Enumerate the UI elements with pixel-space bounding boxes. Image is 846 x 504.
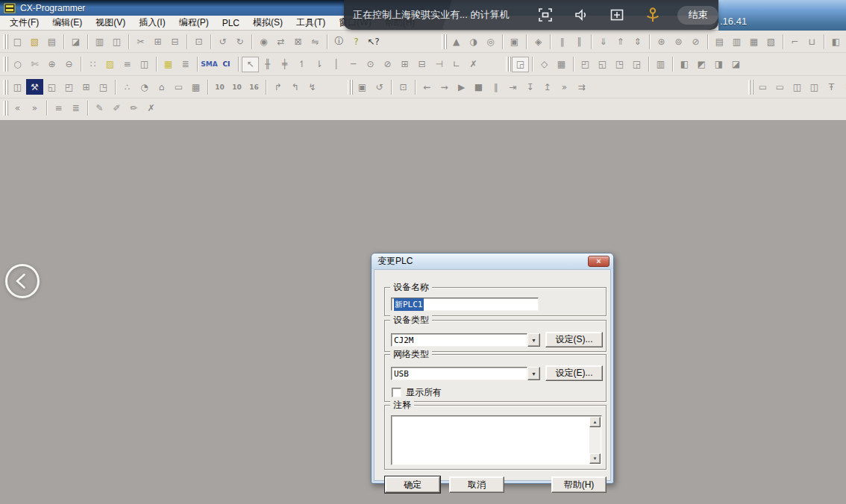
close-icon[interactable]: × — [588, 256, 610, 267]
toolbar-grip[interactable] — [506, 57, 509, 72]
search-toggle-icon[interactable]: ⇄ — [272, 34, 289, 49]
properties-icon[interactable]: ◳ — [95, 79, 112, 95]
cancel-button[interactable]: 取消 — [449, 476, 504, 493]
show-all-checkbox-row[interactable]: 显示所有 — [392, 386, 442, 399]
menu-item-program[interactable]: 编程(P) — [172, 15, 216, 31]
cancel-transfer-icon[interactable]: ⊘ — [687, 34, 704, 49]
rung-wrap-icon[interactable]: ◲ — [512, 57, 529, 72]
redo-icon[interactable]: ↻ — [231, 34, 248, 49]
program-check-icon[interactable]: ◩ — [693, 57, 710, 72]
memory-view-icon[interactable]: ▦ — [187, 79, 204, 95]
time-chart-icon[interactable]: ⊔ — [803, 34, 821, 49]
chevron-down-icon[interactable]: ▼ — [527, 333, 540, 347]
contact-nc-icon[interactable]: ╪ — [276, 57, 293, 72]
io-table-icon[interactable]: ▤ — [711, 34, 728, 49]
ladder-view-icon[interactable]: ▦ — [160, 57, 177, 72]
replace-a-b-icon[interactable]: ⇋ — [307, 34, 324, 49]
resume-hand-icon[interactable]: ⇝ — [436, 79, 453, 95]
build-icon[interactable]: ⚒ — [26, 79, 43, 95]
network-node-1-icon[interactable]: ◫ — [789, 79, 806, 95]
scroll-up-icon[interactable]: ▲ — [589, 417, 601, 427]
coil-icon[interactable]: ⊙ — [362, 57, 379, 72]
zoom-select-icon[interactable]: ✄ — [26, 57, 43, 72]
verify-icon[interactable]: ⊛ — [653, 34, 670, 49]
device-name-input[interactable]: 新PLC1 — [391, 297, 539, 311]
zoom-tool-icon[interactable]: ○ — [9, 57, 26, 72]
toolbar-grip[interactable] — [348, 80, 351, 95]
toolbar-grip[interactable] — [3, 101, 6, 116]
menu-item-insert[interactable]: 插入(I) — [132, 15, 172, 31]
pause-icon[interactable]: ‖ — [571, 34, 588, 49]
coil-closed-icon[interactable]: ⊘ — [379, 57, 396, 72]
contact-falling-icon[interactable]: ⇂ — [310, 57, 328, 72]
io-edit-icon[interactable]: ▥ — [728, 34, 745, 49]
ci-instruction-icon[interactable]: CI — [218, 57, 235, 72]
restore-simulation-icon[interactable]: ↺ — [371, 79, 388, 95]
rung-list-icon[interactable]: ≡ — [50, 101, 67, 116]
transfer-to-plc-icon[interactable]: ⇓ — [595, 34, 612, 49]
help-icon[interactable]: ? — [348, 34, 365, 49]
grid-icon[interactable]: ∷ — [84, 57, 101, 72]
network-node-2-icon[interactable]: ◫ — [806, 79, 823, 95]
paste-text-icon[interactable]: ⊡ — [190, 34, 207, 49]
sim-run-icon[interactable]: ▶ — [453, 79, 470, 95]
online-search-icon[interactable]: ◎ — [482, 34, 499, 49]
function-block-call-icon[interactable]: ⊟ — [413, 57, 430, 72]
monitor-mode-icon[interactable]: ◑ — [465, 34, 482, 49]
compile-check-icon[interactable]: ◪ — [67, 34, 84, 49]
network-type-select[interactable]: USB ▼ — [391, 367, 540, 380]
dialog-titlebar[interactable]: 变更PLC × — [372, 253, 613, 269]
new-file-icon[interactable]: □ — [9, 34, 26, 49]
dialog-window-icon[interactable]: ◫ — [9, 79, 26, 95]
extra-tool-1-icon[interactable]: ◧ — [827, 34, 845, 49]
force-off-icon[interactable]: ↰ — [286, 79, 304, 95]
undo-icon[interactable]: ↺ — [214, 34, 231, 49]
menu-item-simulate[interactable]: 模拟(S) — [246, 15, 289, 31]
zoom-in-icon[interactable]: ⊕ — [43, 57, 60, 72]
save-simulation-icon[interactable]: ▣ — [354, 79, 371, 95]
list-view-icon[interactable]: ≡ — [119, 57, 136, 72]
toolbar-grip[interactable] — [3, 80, 6, 95]
contact-rising-icon[interactable]: ↿ — [293, 57, 310, 72]
window-cascade-icon[interactable]: ◱ — [43, 79, 60, 95]
force-on-icon[interactable]: ↱ — [269, 79, 286, 95]
block-indent-icon[interactable]: « — [9, 101, 26, 116]
ok-button[interactable]: 确定 — [385, 476, 440, 493]
diff-next-icon[interactable]: ✐ — [108, 101, 125, 116]
split-screen-icon[interactable] — [609, 7, 625, 23]
sync-icon[interactable]: ⊚ — [670, 34, 687, 49]
save-file-icon[interactable]: ▤ — [43, 34, 60, 49]
speaker-icon[interactable] — [573, 7, 589, 23]
menu-item-view[interactable]: 视图(V) — [89, 15, 132, 31]
ladder-symbol-list-icon[interactable]: ▥ — [652, 57, 669, 72]
show-all-checkbox[interactable] — [392, 388, 401, 397]
sim-fast-forward-icon[interactable]: » — [556, 79, 573, 95]
new-window-icon[interactable]: ⊞ — [78, 79, 95, 95]
device-type-settings-button[interactable]: 设定(S)... — [545, 332, 603, 347]
io-settings-icon[interactable]: ▧ — [762, 34, 780, 49]
toolbar-grip[interactable] — [442, 34, 445, 49]
line-connect-icon[interactable]: ∟ — [448, 57, 465, 72]
function-block-icon[interactable]: ⊞ — [396, 57, 413, 72]
pause-hand-icon[interactable]: ⇜ — [419, 79, 436, 95]
select-tool-icon[interactable]: ↖ — [242, 57, 259, 72]
grid-settings-icon[interactable]: ▦ — [553, 57, 570, 72]
radix-signed-decimal-icon[interactable]: 10 — [228, 79, 245, 95]
window-tile-icon[interactable]: ◰ — [60, 79, 78, 95]
horizontal-line-icon[interactable]: ─ — [345, 57, 362, 72]
comment-scrollbar[interactable]: ▲ ▼ — [589, 417, 601, 464]
comment-textarea[interactable]: ▲ ▼ — [391, 415, 602, 465]
program-mode-icon[interactable]: ▣ — [506, 34, 523, 49]
vertical-line-icon[interactable]: │ — [328, 57, 345, 72]
window-split-icon[interactable]: ◫ — [136, 57, 153, 72]
network-type-settings-button[interactable]: 设定(E)... — [545, 365, 603, 381]
cut-icon[interactable]: ✂ — [132, 34, 149, 49]
transfer-from-plc-icon[interactable]: ⇑ — [612, 34, 629, 49]
fullscreen-icon[interactable] — [537, 7, 554, 23]
program-confirm-icon[interactable]: ◪ — [727, 57, 745, 72]
paste-icon[interactable]: ⊟ — [166, 34, 184, 49]
device-type-select[interactable]: CJ2M ▼ — [391, 333, 540, 347]
back-button[interactable] — [5, 264, 40, 298]
compare-with-plc-icon[interactable]: ⇕ — [629, 34, 646, 49]
zoom-out-icon[interactable]: ⊖ — [60, 57, 78, 72]
